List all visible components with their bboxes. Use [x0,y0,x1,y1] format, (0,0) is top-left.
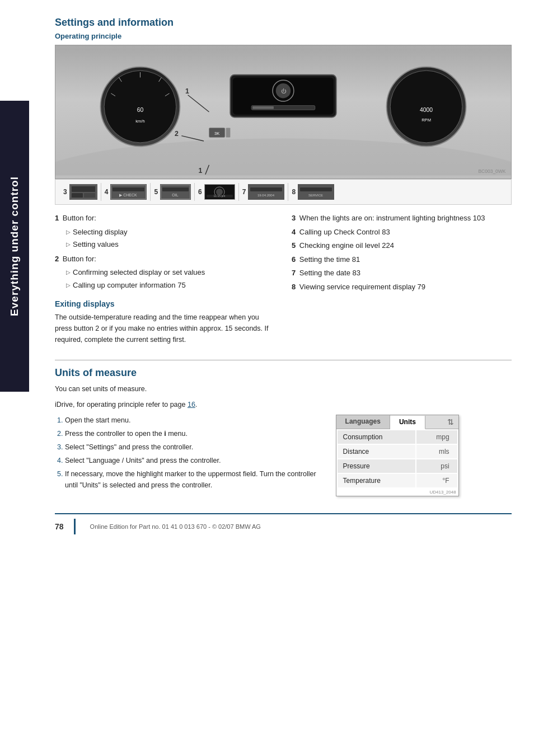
sub-bullet-1-1-text: Selecting display [73,227,128,238]
units-row-temperature: Temperature °F [338,474,457,487]
control-item-3: 3 [60,183,101,201]
units-ordered-list: Open the start menu. Press the controlle… [65,415,319,491]
units-intro-1: You can set units of measure. [55,383,512,395]
svg-rect-35 [84,193,95,198]
units-row-distance: Distance mls [338,445,457,458]
footer-divider [74,519,76,534]
svg-text:RPM: RPM [421,118,431,123]
bullet-2: 2 Button for: [55,253,275,265]
right-bullet-8: 8 Viewing service requirement display 79 [292,281,512,293]
units-screenshot: Languages Units ⇅ Consumption mpg [336,415,459,496]
control-item-7: 7 19.04.2004 [239,183,289,201]
control-item-4: 4 ▶ CHECK [101,183,151,201]
units-step-5: If necessary, move the highlight marker … [65,468,319,491]
units-row-pressure: Pressure psi [338,459,457,473]
units-step-4: Select "Language / Units" and press the … [65,455,319,466]
page-title: Settings and information [55,17,512,29]
right-bullet-6: 6 Setting the time 81 [292,254,512,265]
svg-rect-37 [113,187,144,191]
right-bullet-3-num: 3 [292,214,296,222]
instrument-cluster-image: 60 km/h 4000 RPM ⏻ 1 1 2 [55,45,512,179]
units-intro-2: iDrive, for operating principle refer to… [55,399,512,410]
units-row-consumption: Consumption mpg [338,430,457,444]
control-item-6: 6 11:15 pm [195,183,239,201]
right-bullet-5: 5 Checking engine oil level 224 [292,240,512,251]
svg-rect-21 [252,106,274,109]
control-display-7: 19.04.2004 [248,184,284,200]
sub-bullet-1-2-text: Setting values [73,239,119,250]
right-bullet-3: 3 When the lights are on: instrument lig… [292,213,512,224]
right-bullet-5-num: 5 [292,241,296,250]
units-page-ref[interactable]: 16 [188,401,195,408]
svg-text:SERVICE: SERVICE [308,194,323,197]
tab-languages[interactable]: Languages [336,415,390,429]
units-tabs-header: Languages Units ⇅ [336,415,458,429]
svg-rect-51 [300,187,332,191]
units-value-consumption: mpg [416,430,457,444]
units-value-pressure: psi [416,459,457,473]
right-bullet-4: 4 Calling up Check Control 83 [292,227,512,238]
svg-text:km/h: km/h [135,119,144,124]
sub-bullet-2-2-text: Calling up computer information 75 [73,280,186,291]
operating-principle-label: Operating principle [55,32,512,40]
svg-text:2: 2 [175,130,179,138]
sidebar-label-text: Everything under control [8,176,21,316]
right-bullet-3-text: When the lights are on: instrument light… [299,214,485,222]
units-step-2: Press the controller to open the i menu. [65,428,319,439]
tab-units[interactable]: Units [390,416,425,429]
units-value-distance: mls [416,445,457,458]
control-display-6: 11:15 pm [204,184,235,200]
right-bullets: 3 When the lights are on: instrument lig… [292,213,512,350]
svg-text:3K: 3K [214,131,219,136]
bullet-2-num: 2 [55,255,59,263]
footer-text: Online Edition for Part no. 01 41 0 013 … [90,523,261,530]
bullet-1-text: Button for: [63,214,96,222]
controls-strip: 3 4 ▶ CHECK 5 [55,179,512,205]
svg-text:60: 60 [137,107,144,113]
svg-rect-33 [72,186,95,192]
right-bullet-7: 7 Setting the date 83 [292,267,512,279]
left-bullets: 1 Button for: ▷ Selecting display ▷ Sett… [55,213,275,350]
svg-text:4000: 4000 [420,107,433,113]
sub-bullet-2-2: ▷ Calling up computer information 75 [66,280,275,291]
screenshot-credit: UD413_2048 [336,489,458,496]
svg-rect-40 [162,187,189,191]
control-display-3 [69,184,97,200]
units-label-pressure: Pressure [338,459,415,473]
units-title: Units of measure [55,360,512,379]
units-step-1: Open the start menu. [65,415,319,426]
units-steps-col: Open the start menu. Press the controlle… [55,415,319,496]
main-content: Settings and information Operating princ… [38,0,534,551]
control-display-4: ▶ CHECK [110,184,147,200]
svg-rect-48 [250,187,282,191]
triangle-icon-3: ▷ [66,268,71,276]
exiting-displays-text: The outside-temperature reading and the … [55,312,275,345]
bullet-1-num: 1 [55,214,59,222]
page-number: 78 [55,522,64,531]
right-bullet-7-text: Setting the date 83 [299,269,360,277]
bullet-1: 1 Button for: [55,213,275,224]
settings-icon[interactable]: ⇅ [443,415,458,429]
svg-text:1: 1 [185,87,189,95]
exiting-displays-heading: Exiting displays [55,299,275,308]
units-section: Units of measure You can set units of me… [55,360,512,496]
right-bullet-7-num: 7 [292,269,296,277]
sub-bullet-1-1: ▷ Selecting display [66,227,275,238]
bullet-section: 1 Button for: ▷ Selecting display ▷ Sett… [55,213,512,350]
units-label-distance: Distance [338,445,415,458]
svg-rect-30 [226,128,231,137]
sub-bullet-1-2: ▷ Setting values [66,239,275,250]
right-bullet-4-text: Calling up Check Control 83 [299,228,390,236]
page-footer: 78 Online Edition for Part no. 01 41 0 0… [55,513,512,534]
units-label-temperature: Temperature [338,474,415,487]
right-bullet-8-text: Viewing service requirement display 79 [299,283,425,291]
svg-text:OIL: OIL [172,193,178,197]
units-step-3: Select "Settings" and press the controll… [65,442,319,453]
svg-text:⏻: ⏻ [281,88,287,94]
units-screenshot-col: Languages Units ⇅ Consumption mpg [336,415,512,496]
control-item-5: 5 OIL [151,183,195,201]
right-bullet-6-text: Setting the time 81 [299,255,360,264]
units-two-col: Open the start menu. Press the controlle… [55,415,512,496]
svg-text:1: 1 [199,167,203,175]
right-bullet-5-text: Checking engine oil level 224 [299,241,394,250]
